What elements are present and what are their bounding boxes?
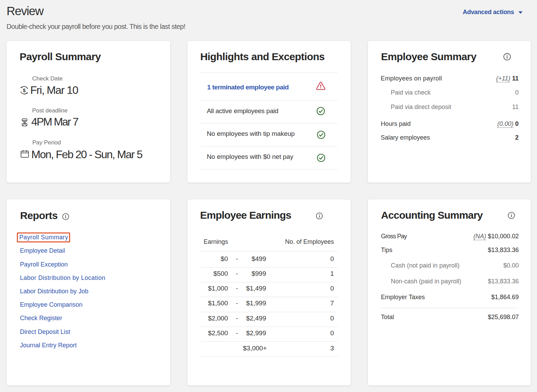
svg-text:$: $ [23,87,26,93]
